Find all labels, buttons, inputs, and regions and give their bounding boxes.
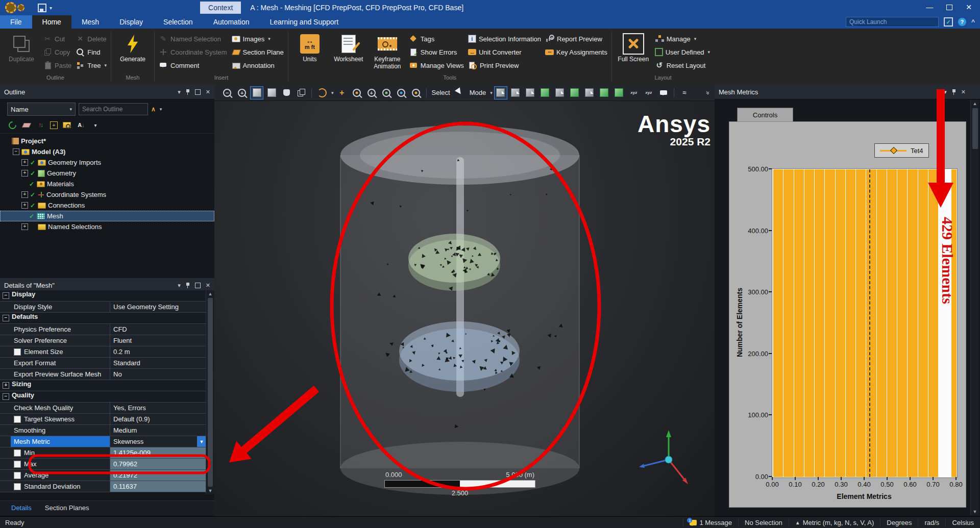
tree-item-geometry[interactable]: +✓Geometry	[0, 168, 214, 179]
histogram-bar[interactable]	[824, 169, 835, 477]
checkbox[interactable]	[14, 416, 21, 423]
tree-item-mesh[interactable]: ✓Mesh	[0, 211, 214, 221]
menu-tab-file[interactable]: File	[0, 15, 32, 29]
scroll-up-icon[interactable]: ▲	[208, 291, 213, 296]
histogram-bar[interactable]	[907, 169, 917, 477]
details-row-physics-preference[interactable]: Physics PreferenceCFD	[0, 324, 206, 335]
comment-button[interactable]: Comment	[159, 59, 227, 71]
select-label[interactable]: Select	[432, 89, 450, 96]
details-menu-caret-icon[interactable]: ▾	[178, 282, 181, 289]
metrics-close-icon[interactable]: ✕	[961, 89, 966, 95]
select-vertices-icon[interactable]	[494, 86, 507, 99]
units-button[interactable]: Units	[292, 31, 327, 63]
details-row-max[interactable]: Max0.79962	[0, 459, 206, 470]
box-zoom-icon[interactable]	[365, 86, 378, 99]
histogram-bar[interactable]	[897, 169, 907, 477]
chart-toggle-icon[interactable]	[678, 86, 691, 99]
metrics-scrollbar[interactable]: ▲ ▼	[970, 100, 979, 515]
histogram-bar[interactable]	[804, 169, 814, 477]
details-group-sizing[interactable]: +Sizing	[0, 380, 206, 391]
tab-section-planes[interactable]: Section Planes	[39, 502, 95, 514]
tree-item-named-selections[interactable]: +Named Selections	[0, 221, 214, 232]
unit-converter-button[interactable]: Unit Converter	[468, 46, 541, 58]
balloon-toggle-icon[interactable]: ✓	[944, 17, 953, 27]
select-adjacent-icon[interactable]	[568, 86, 581, 99]
tree-expander-icon[interactable]: +	[21, 170, 28, 177]
menu-tab-automation[interactable]: Automation	[203, 15, 260, 29]
checkbox[interactable]	[14, 449, 21, 457]
metrics-menu-caret-icon[interactable]: ▾	[944, 89, 947, 95]
find-button[interactable]: Find	[76, 46, 107, 58]
coordinate-label-icon[interactable]	[642, 86, 655, 99]
details-row-element-size[interactable]: Element Size0.2 m	[0, 346, 206, 358]
details-scrollbar[interactable]: ▲ ▼	[206, 290, 214, 494]
histogram-bar[interactable]	[918, 169, 928, 477]
copy-button[interactable]: Copy	[43, 46, 71, 58]
histogram-bar[interactable]	[928, 169, 938, 477]
folder-search-icon[interactable]	[62, 120, 72, 130]
cut-button[interactable]: Cut	[43, 33, 71, 45]
worksheet-button[interactable]: Worksheet	[331, 31, 366, 63]
tree-item-materials[interactable]: ✓Materials	[0, 179, 214, 189]
histogram-bar[interactable]	[835, 169, 845, 477]
metrics-scroll-up-icon[interactable]: ▲	[973, 101, 977, 106]
histogram-bar[interactable]	[814, 169, 824, 477]
paste-button[interactable]: Paste	[43, 59, 71, 71]
annotation-button[interactable]: Annotation	[231, 59, 284, 71]
save-icon[interactable]	[38, 4, 46, 12]
checkbox[interactable]	[14, 348, 21, 356]
minimize-button[interactable]: —	[926, 3, 933, 11]
caret-down-icon[interactable]	[90, 120, 101, 130]
select-extend-icon[interactable]	[553, 86, 567, 99]
status-messages[interactable]: 1 1 Message	[683, 519, 738, 526]
details-group-quality[interactable]: −Quality	[0, 391, 206, 403]
restore-button[interactable]	[946, 5, 952, 10]
zoom-in-icon[interactable]	[235, 86, 249, 99]
reset-layout-button[interactable]: Reset Layout	[655, 59, 710, 71]
named-selection-button[interactable]: Named Selection	[159, 33, 227, 45]
quick-launch-input[interactable]	[846, 17, 939, 27]
isometric-view-icon[interactable]	[250, 86, 263, 99]
checkbox[interactable]	[14, 483, 21, 490]
histogram-bar[interactable]	[866, 169, 876, 477]
manage-button[interactable]: Manage▾	[655, 33, 710, 45]
quick-access-caret-icon[interactable]: ▾	[50, 5, 52, 11]
metrics-pin-icon[interactable]	[952, 89, 956, 95]
pan-icon[interactable]	[335, 86, 349, 99]
images-button[interactable]: Images▾	[231, 33, 284, 45]
coordinates-pick-icon[interactable]	[627, 86, 641, 99]
details-group-defaults[interactable]: −Defaults	[0, 313, 206, 324]
outline-menu-caret-icon[interactable]: ▾	[178, 89, 181, 95]
select-flood-icon[interactable]	[583, 86, 596, 99]
histogram-bar[interactable]	[794, 169, 804, 477]
duplicate-button[interactable]: Duplicate	[4, 31, 39, 63]
menu-tab-mesh[interactable]: Mesh	[71, 15, 109, 29]
details-pin-icon[interactable]	[186, 283, 190, 288]
menu-tab-selection[interactable]: Selection	[153, 15, 203, 29]
mode-dropdown[interactable]: Mode	[470, 89, 486, 96]
collapse-ribbon-icon[interactable]: ^	[971, 18, 975, 26]
print-preview-button[interactable]: Print Preview	[468, 59, 541, 71]
expand-search-icon[interactable]: ∧	[151, 106, 156, 113]
sort-arrows-icon[interactable]	[36, 120, 46, 130]
rotate-model-icon[interactable]	[280, 86, 293, 99]
delete-button[interactable]: Delete	[76, 33, 107, 45]
select-cursor-icon[interactable]	[453, 86, 467, 99]
tree-expander-icon[interactable]: −	[13, 148, 19, 155]
status-units[interactable]: ▲ Metric (m, kg, N, s, V, A)	[789, 519, 880, 526]
coordinate-system-button[interactable]: Coordinate System	[159, 46, 227, 58]
tree-item-model-a3[interactable]: −Model (A3)	[0, 146, 214, 157]
highlighted-bar[interactable]	[938, 169, 951, 477]
select-edges-icon[interactable]	[509, 86, 522, 99]
expand-grid-icon[interactable]	[50, 121, 58, 129]
details-float-icon[interactable]	[195, 283, 201, 288]
tree-item-project[interactable]: Project*	[0, 136, 214, 146]
tree-expander-icon[interactable]: +	[21, 202, 28, 209]
checkbox[interactable]	[14, 472, 21, 479]
zoom-selection-icon[interactable]	[409, 86, 423, 99]
outline-pin-icon[interactable]	[186, 89, 190, 95]
search-options-caret-icon[interactable]: ▾	[160, 107, 162, 112]
details-close-icon[interactable]: ✕	[206, 282, 210, 289]
name-filter-dropdown[interactable]: Name ▾	[7, 103, 76, 116]
previous-view-icon[interactable]	[395, 86, 408, 99]
